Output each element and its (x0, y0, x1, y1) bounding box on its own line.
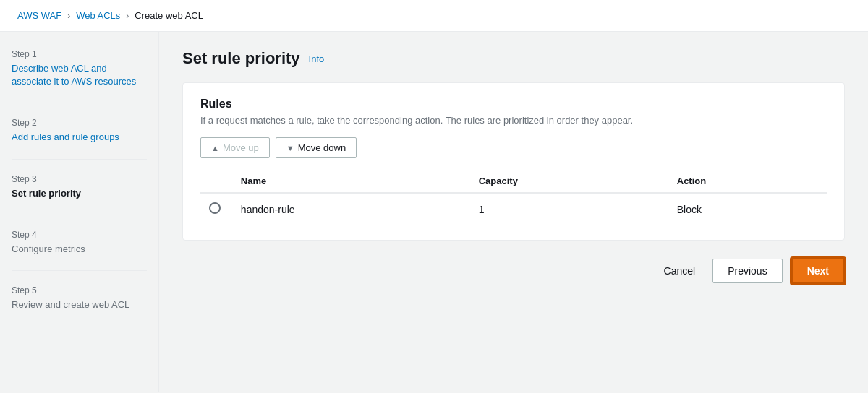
row-capacity-cell: 1 (470, 193, 668, 225)
move-up-button[interactable]: ▲ Move up (200, 137, 270, 158)
step-1-title[interactable]: Describe web ACL and associate it to AWS… (12, 62, 147, 88)
rules-table: Name Capacity Action handon-rule 1 Block (200, 170, 827, 225)
step-5-title: Review and create web ACL (12, 298, 147, 311)
step-1: Step 1 Describe web ACL and associate it… (12, 49, 147, 103)
breadcrumb-aws-waf[interactable]: AWS WAF (17, 10, 61, 21)
col-header-select (200, 170, 232, 193)
page-title: Set rule priority (182, 49, 300, 68)
col-header-name: Name (232, 170, 470, 193)
panel-title: Rules (200, 98, 827, 111)
move-up-icon: ▲ (211, 144, 219, 152)
step-2-title[interactable]: Add rules and rule groups (12, 131, 147, 144)
row-radio-cell (200, 193, 232, 225)
move-down-icon: ▼ (286, 144, 294, 152)
footer-actions: Cancel Previous Next (182, 258, 845, 284)
row-action-cell: Block (668, 193, 827, 225)
step-3: Step 3 Set rule priority (12, 174, 147, 215)
page-layout: Step 1 Describe web ACL and associate it… (0, 32, 868, 392)
info-link[interactable]: Info (309, 53, 325, 64)
col-header-capacity: Capacity (470, 170, 668, 193)
move-down-label: Move down (298, 142, 346, 153)
step-2-label: Step 2 (12, 118, 147, 128)
previous-button[interactable]: Previous (712, 259, 782, 283)
move-up-label: Move up (223, 142, 259, 153)
rules-panel: Rules If a request matches a rule, take … (182, 82, 845, 241)
breadcrumb-separator-2: › (126, 11, 129, 21)
priority-buttons: ▲ Move up ▼ Move down (200, 137, 827, 158)
row-radio[interactable] (209, 202, 221, 214)
step-5-label: Step 5 (12, 285, 147, 295)
cancel-button[interactable]: Cancel (655, 259, 705, 282)
row-name-cell: handon-rule (232, 193, 470, 225)
step-3-title: Set rule priority (12, 187, 147, 200)
col-header-action: Action (668, 170, 827, 193)
sidebar: Step 1 Describe web ACL and associate it… (0, 32, 159, 392)
step-1-label: Step 1 (12, 49, 147, 59)
step-4-title: Configure metrics (12, 243, 147, 256)
step-2: Step 2 Add rules and rule groups (12, 118, 147, 159)
breadcrumb-web-acls[interactable]: Web ACLs (76, 10, 120, 21)
table-row: handon-rule 1 Block (200, 193, 827, 225)
step-5: Step 5 Review and create web ACL (12, 285, 147, 326)
main-content: Set rule priority Info Rules If a reques… (159, 32, 868, 392)
page-header: Set rule priority Info (182, 49, 845, 68)
breadcrumb: AWS WAF › Web ACLs › Create web ACL (0, 0, 868, 32)
breadcrumb-current: Create web ACL (135, 10, 203, 21)
move-down-button[interactable]: ▼ Move down (276, 137, 357, 158)
step-4-label: Step 4 (12, 230, 147, 240)
step-3-label: Step 3 (12, 174, 147, 184)
table-header-row: Name Capacity Action (200, 170, 827, 193)
next-button[interactable]: Next (791, 258, 845, 284)
step-4: Step 4 Configure metrics (12, 230, 147, 271)
panel-description: If a request matches a rule, take the co… (200, 115, 827, 126)
breadcrumb-separator-1: › (67, 11, 70, 21)
